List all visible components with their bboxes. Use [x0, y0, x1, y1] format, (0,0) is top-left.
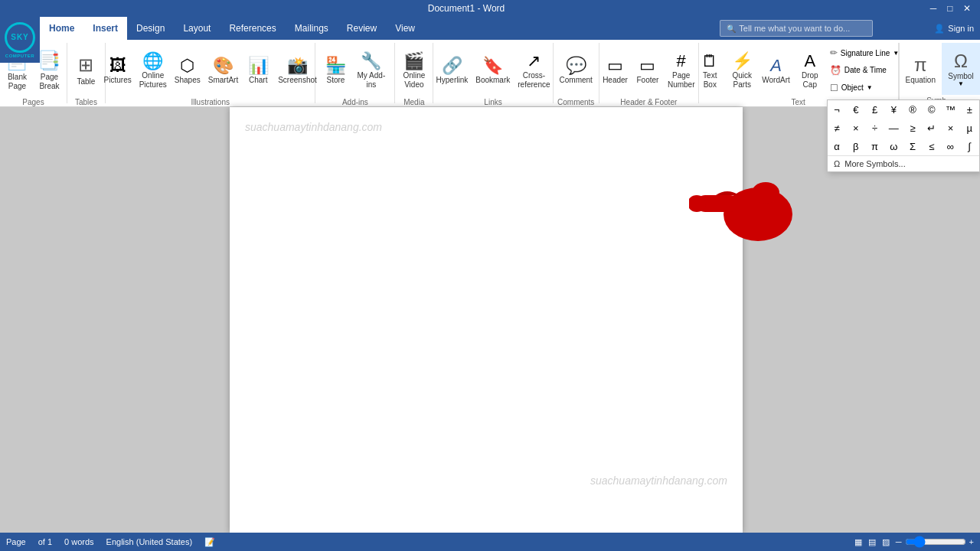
tab-design[interactable]: Design [127, 17, 174, 40]
zoom-slider[interactable] [905, 536, 966, 548]
quick-parts-button[interactable]: ⚡ QuickParts [727, 44, 757, 96]
symbol-grid: ¬ € £ ¥ ® © ™ ± ≠ × ÷ — ≥ ↵ × µ α β π ω … [828, 100, 979, 156]
symbol-cell[interactable]: ≤ [923, 137, 941, 155]
symbol-cell[interactable]: ™ [942, 100, 960, 119]
tab-home[interactable]: Home [40, 17, 83, 40]
tab-mailings[interactable]: Mailings [286, 17, 338, 40]
symbol-cell[interactable]: ¬ [828, 100, 846, 119]
media-group: 🎬 OnlineVideo Media [395, 43, 433, 103]
screenshot-icon: 📸 [287, 56, 308, 76]
pictures-button[interactable]: 🖼 Pictures [101, 44, 135, 96]
symbol-cell[interactable]: β [847, 137, 865, 155]
zoom-control[interactable]: ─ + [896, 536, 974, 548]
textbox-button[interactable]: 🗒 TextBox [694, 44, 725, 96]
window-controls[interactable]: ─ □ ✕ [926, 2, 974, 15]
header-button[interactable]: ▭ Header [599, 44, 631, 96]
quickparts-icon: ⚡ [732, 51, 753, 71]
track-changes-icon: 📝 [204, 537, 215, 547]
symbol-cell[interactable]: ± [960, 100, 978, 119]
symbol-cell[interactable]: ω [884, 137, 903, 155]
equation-button[interactable]: π Equation [900, 43, 942, 95]
symbol-cell[interactable]: ∞ [942, 137, 960, 155]
tab-insert[interactable]: Insert [83, 17, 127, 40]
shapes-icon: ⬡ [180, 56, 194, 76]
chart-button[interactable]: 📊 Chart [243, 44, 273, 96]
zoom-in-icon[interactable]: + [969, 537, 974, 546]
footer-button[interactable]: ▭ Footer [632, 44, 663, 96]
cross-reference-button[interactable]: ↗ Cross-reference [514, 44, 553, 96]
symbol-cell[interactable]: × [847, 119, 865, 137]
symbol-cell[interactable]: ÷ [866, 119, 884, 137]
comment-button[interactable]: 💬 Comment [557, 44, 596, 96]
online-pictures-icon: 🌐 [142, 51, 163, 71]
screenshot-button[interactable]: 📸 Screenshot [275, 44, 320, 96]
equation-symbol-group: π Equation Ω Symbol ▼ Symb... [899, 43, 980, 103]
zoom-out-icon[interactable]: ─ [896, 537, 902, 546]
symbol-cell[interactable]: ↵ [923, 119, 941, 137]
text-vgroup: ✏ Signature Line ▼ ⏰ Date & Time ☐ Objec… [827, 44, 902, 96]
symbol-cell[interactable]: α [828, 137, 846, 155]
tab-review[interactable]: Review [338, 17, 386, 40]
sign-in-button[interactable]: 👤 Sign in [934, 24, 974, 34]
tab-layout[interactable]: Layout [174, 17, 220, 40]
web-layout-button[interactable]: ▨ [882, 537, 890, 547]
symbol-cell[interactable]: © [923, 100, 941, 119]
left-margin [0, 107, 230, 533]
addins-label: Add-ins [342, 98, 368, 106]
signature-line-button[interactable]: ✏ Signature Line ▼ [827, 47, 902, 59]
hyperlink-icon: 🔗 [442, 56, 462, 76]
tables-group: ⊞ Table Tables [67, 43, 106, 103]
table-button[interactable]: ⊞ Table [70, 44, 101, 96]
more-symbols-button[interactable]: Ω More Symbols... [828, 156, 979, 171]
smartart-button[interactable]: 🎨 SmartArt [205, 44, 241, 96]
hyperlink-button[interactable]: 🔗 Hyperlink [433, 44, 472, 96]
symbol-button[interactable]: Ω Symbol ▼ [942, 43, 980, 95]
symbol-cell[interactable]: ¥ [884, 100, 903, 119]
minimize-button[interactable]: ─ [926, 2, 940, 15]
bookmark-button[interactable]: 🔖 Bookmark [472, 44, 513, 96]
store-button[interactable]: 🏪 Store [320, 44, 351, 96]
addins-icon: 🔧 [361, 51, 381, 71]
online-video-button[interactable]: 🎬 OnlineVideo [399, 44, 430, 96]
comments-label: Comments [557, 98, 594, 106]
symbol-cell[interactable]: Σ [903, 137, 922, 155]
symbol-cell[interactable]: € [847, 100, 865, 119]
object-button[interactable]: ☐ Object ▼ [827, 82, 902, 94]
symbol-cell[interactable]: ≥ [903, 119, 922, 137]
symbol-dropdown[interactable]: ¬ € £ ¥ ® © ™ ± ≠ × ÷ — ≥ ↵ × µ α β π ω … [827, 99, 980, 172]
illustrations-group: 🖼 Pictures 🌐 OnlinePictures ⬡ Shapes 🎨 S… [106, 43, 316, 103]
logo-sky: SKY [11, 33, 29, 41]
signature-icon: ✏ [830, 47, 838, 58]
symbol-cell[interactable]: — [884, 119, 903, 137]
page-number: Page [6, 537, 26, 546]
window-title: Document1 - Word [428, 3, 505, 14]
document-page[interactable]: suachuamaytinhdanang.com suachuamaytinhd… [230, 107, 743, 533]
comment-icon: 💬 [566, 56, 586, 76]
tab-view[interactable]: View [386, 17, 424, 40]
my-addins-button[interactable]: 🔧 My Add-ins [352, 44, 390, 96]
search-box[interactable]: 🔍 Tell me what you want to do... [720, 20, 873, 37]
symbol-cell[interactable]: ® [903, 100, 922, 119]
wordart-button[interactable]: A WordArt [759, 44, 793, 96]
close-button[interactable]: ✕ [960, 2, 974, 15]
maximize-button[interactable]: □ [943, 2, 957, 15]
drop-cap-button[interactable]: A DropCap [795, 44, 825, 96]
symbol-dropdown-icon: ▼ [958, 80, 964, 87]
search-icon: 🔍 [727, 24, 736, 33]
page-number-button[interactable]: # PageNumber [665, 44, 698, 96]
status-right: ▦ ▤ ▨ ─ + [854, 536, 974, 548]
symbol-cell[interactable]: £ [866, 100, 884, 119]
print-layout-button[interactable]: ▤ [868, 537, 876, 547]
symbol-cell[interactable]: π [866, 137, 884, 155]
read-mode-button[interactable]: ▦ [854, 537, 862, 547]
tab-references[interactable]: References [220, 17, 285, 40]
date-time-button[interactable]: ⏰ Date & Time [827, 64, 902, 77]
symbol-cell[interactable]: µ [960, 119, 978, 137]
textbox-icon: 🗒 [701, 51, 718, 71]
user-icon: 👤 [934, 24, 945, 34]
symbol-cell[interactable]: ≠ [828, 119, 846, 137]
symbol-cell[interactable]: × [942, 119, 960, 137]
symbol-cell[interactable]: ∫ [960, 137, 978, 155]
online-pictures-button[interactable]: 🌐 OnlinePictures [136, 44, 170, 96]
shapes-button[interactable]: ⬡ Shapes [172, 44, 204, 96]
